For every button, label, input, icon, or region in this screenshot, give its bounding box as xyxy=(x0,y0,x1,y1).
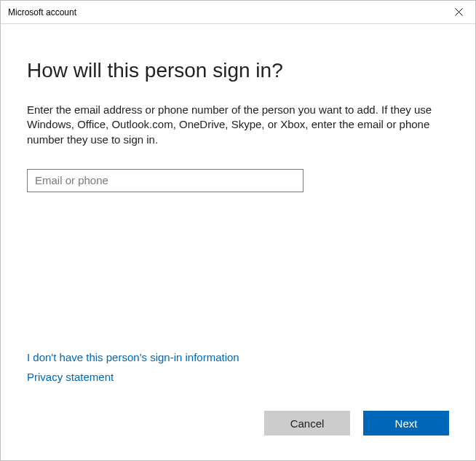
cancel-button[interactable]: Cancel xyxy=(264,411,350,436)
titlebar: Microsoft account xyxy=(1,1,475,24)
links-section: I don't have this person's sign-in infor… xyxy=(27,351,239,390)
button-row: Cancel Next xyxy=(264,411,449,436)
next-button[interactable]: Next xyxy=(363,411,449,436)
email-or-phone-input[interactable] xyxy=(27,169,304,192)
input-container xyxy=(27,169,304,192)
dialog-content: How will this person sign in? Enter the … xyxy=(1,24,475,460)
description-text: Enter the email address or phone number … xyxy=(27,103,435,147)
page-title: How will this person sign in? xyxy=(27,59,449,82)
no-signin-info-link[interactable]: I don't have this person's sign-in infor… xyxy=(27,351,239,363)
close-button[interactable] xyxy=(442,1,475,24)
privacy-statement-link[interactable]: Privacy statement xyxy=(27,371,239,383)
window-title: Microsoft account xyxy=(8,1,76,24)
close-icon xyxy=(455,8,463,16)
